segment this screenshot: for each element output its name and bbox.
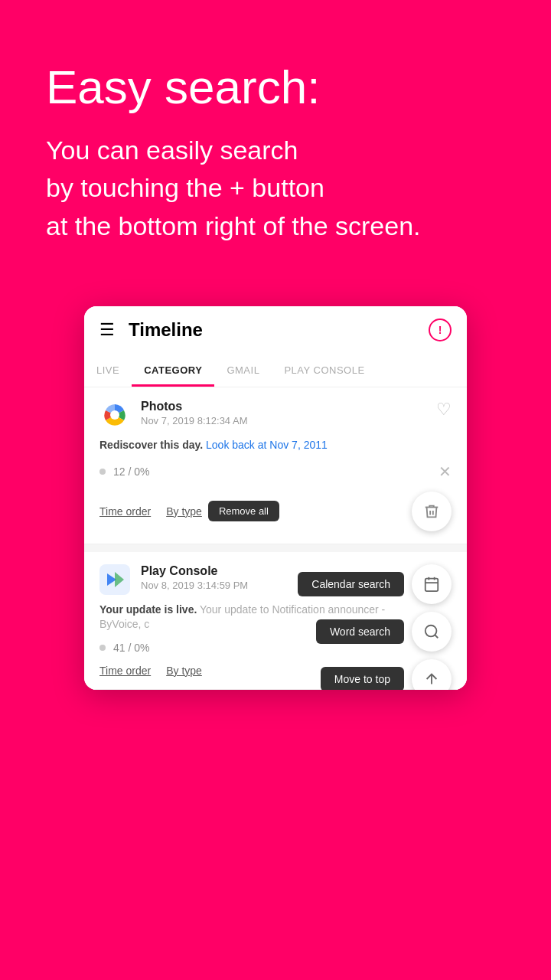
heart-icon[interactable]: ♡ <box>436 400 452 420</box>
by-type-link-2[interactable]: By type <box>166 665 202 677</box>
photos-card-header: Photos Nov 7, 2019 8:12:34 AM ♡ <box>99 400 452 430</box>
calendar-search-row: Calendar search <box>298 564 452 604</box>
close-icon[interactable]: ✕ <box>439 462 452 481</box>
svg-rect-1 <box>425 578 439 591</box>
photos-card-stats: 12 / 0% ✕ <box>99 462 452 481</box>
photos-card-footer: Time order By type Remove all <box>99 492 452 531</box>
hero-section: Easy search: You can easily searchby tou… <box>0 0 551 291</box>
photos-app-name: Photos <box>141 400 247 413</box>
app-title: Timeline <box>129 319 429 341</box>
photos-stats-text: 12 / 0% <box>113 466 149 478</box>
hero-title: Easy search: <box>46 61 505 113</box>
photos-app-icon <box>99 400 130 430</box>
card-divider <box>84 544 467 552</box>
tab-gmail[interactable]: GMAIL <box>214 354 272 387</box>
time-order-link-2[interactable]: Time order <box>99 665 151 677</box>
tab-live[interactable]: LIVE <box>84 354 132 387</box>
svg-line-6 <box>435 635 438 638</box>
word-search-tooltip: Word search <box>316 619 404 644</box>
hero-description: You can easily searchby touching the + b… <box>46 132 505 245</box>
photos-body-text: Rediscover this day. <box>99 439 203 451</box>
info-icon[interactable]: ! <box>429 318 452 341</box>
photos-body-link[interactable]: Look back at Nov 7, 2011 <box>206 439 328 451</box>
photos-app-info: Photos Nov 7, 2019 8:12:34 AM <box>141 400 247 426</box>
word-search-fab-button[interactable] <box>412 612 452 652</box>
app-bar: ☰ Timeline ! <box>84 306 467 354</box>
svg-point-0 <box>110 410 119 420</box>
photos-card-body: Rediscover this day. Look back at Nov 7,… <box>99 438 452 453</box>
by-type-area: By type Remove all <box>166 501 279 521</box>
tab-play-console[interactable]: PLAY CONSOLE <box>272 354 377 387</box>
play-console-app-name: Play Console <box>141 564 248 578</box>
tab-category[interactable]: CATEGORY <box>132 354 214 387</box>
stats-dot-2 <box>99 645 106 651</box>
move-to-top-tooltip: Move to top <box>321 667 404 690</box>
photos-card: Photos Nov 7, 2019 8:12:34 AM ♡ Rediscov… <box>84 387 467 544</box>
word-search-row: Word search <box>316 612 452 652</box>
svg-point-5 <box>425 625 437 636</box>
move-to-top-row: Move to top <box>321 659 452 690</box>
remove-all-tooltip[interactable]: Remove all <box>208 501 279 521</box>
phone-frame: ☰ Timeline ! LIVE CATEGORY GMAIL PLAY CO… <box>84 306 467 690</box>
play-console-body-text: Your update is live. <box>99 603 197 616</box>
play-console-app-info: Play Console Nov 8, 2019 3:14:59 PM <box>141 564 248 591</box>
fab-overlay: Calendar search Word search <box>298 564 452 690</box>
play-console-stats-text: 41 / 0% <box>113 642 149 654</box>
tabs-bar: LIVE CATEGORY GMAIL PLAY CONSOLE <box>84 354 467 387</box>
hamburger-icon[interactable]: ☰ <box>99 320 115 340</box>
time-order-link[interactable]: Time order <box>99 505 151 518</box>
calendar-search-tooltip: Calendar search <box>298 572 404 596</box>
stats-dot <box>99 469 106 475</box>
play-console-content: Calendar search Word search <box>99 564 452 677</box>
calendar-fab-button[interactable] <box>412 564 452 604</box>
by-type-link[interactable]: By type <box>166 505 202 518</box>
move-to-top-fab-button[interactable] <box>412 659 452 690</box>
trash-fab-button[interactable] <box>412 492 452 531</box>
play-console-card: Calendar search Word search <box>84 552 467 690</box>
play-console-timestamp: Nov 8, 2019 3:14:59 PM <box>141 580 248 591</box>
play-console-app-icon <box>99 564 130 595</box>
photos-timestamp: Nov 7, 2019 8:12:34 AM <box>141 415 247 426</box>
